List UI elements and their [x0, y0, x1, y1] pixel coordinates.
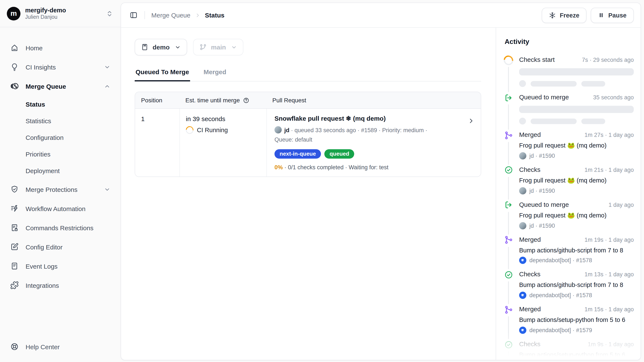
- queue-content: demo main: [121, 28, 496, 360]
- activity-entry[interactable]: Checks1m 13s · 1 day ago Bump actions/gi…: [504, 270, 634, 305]
- activity-entry[interactable]: Queued to merge1 day ago Frog pull reque…: [504, 201, 634, 236]
- sidebar-item-merge-queue[interactable]: Merge Queue: [5, 79, 116, 94]
- queue-table-header: Position Est. time until merge Pull Requ…: [135, 92, 481, 109]
- ci-status: CI Running: [197, 127, 228, 133]
- breadcrumb-merge-queue[interactable]: Merge Queue: [151, 12, 190, 19]
- sidebar-item-workflow-automation[interactable]: Workflow Automation: [5, 201, 116, 216]
- sidebar-item-home[interactable]: Home: [5, 40, 116, 56]
- queue-table: Position Est. time until merge Pull Requ…: [135, 92, 481, 177]
- queue-row[interactable]: 1 in 39 seconds CI Running Snowflake pul…: [135, 109, 481, 177]
- org-switcher[interactable]: m mergify-demo Julien Danjou: [0, 0, 120, 27]
- sidebar-item-ci-insights[interactable]: CI Insights: [5, 59, 116, 75]
- sidebar-item-deployment[interactable]: Deployment: [26, 164, 116, 177]
- activity-entry[interactable]: Checks start7s · 29 seconds ago: [504, 56, 634, 93]
- pause-icon: [598, 12, 604, 18]
- label-next-in-queue: next-in-queue: [274, 149, 321, 159]
- activity-entry[interactable]: Checks1m 9s · 1 day ago Bump actions/set…: [504, 340, 634, 360]
- check-circle-icon: [504, 340, 513, 349]
- git-merge-icon: [504, 131, 513, 140]
- activity-entry[interactable]: Merged1m 15s · 1 day ago Bump actions/se…: [504, 305, 634, 340]
- avatar: [519, 187, 526, 194]
- check-circle-icon: [504, 165, 513, 175]
- branch-value: main: [211, 44, 226, 51]
- help-center-link[interactable]: Help Center: [0, 342, 120, 362]
- dependabot-icon: [519, 327, 526, 334]
- freeze-button[interactable]: Freeze: [542, 8, 587, 23]
- pr-author: jd: [284, 127, 290, 133]
- sidebar-item-event-logs[interactable]: Event Logs: [5, 258, 116, 274]
- dependabot-icon: [519, 257, 526, 264]
- sidebar-toggle-button[interactable]: [127, 9, 140, 22]
- ci-running-spinner-icon: [184, 125, 195, 136]
- sidebar-item-integrations[interactable]: Integrations: [5, 278, 116, 293]
- breadcrumb-status: Status: [205, 12, 224, 19]
- file-lock-icon: [10, 223, 19, 232]
- git-branch-icon: [200, 44, 207, 51]
- tab-queued-to-merge[interactable]: Queued To Merge: [135, 66, 190, 82]
- help-circle-icon[interactable]: [243, 97, 249, 103]
- column-position: Position: [135, 92, 180, 108]
- sidebar-item-label: Merge Queue: [26, 83, 66, 90]
- activity-entry[interactable]: Merged1m 19s · 1 day ago Bump actions/gi…: [504, 236, 634, 270]
- timeline-line: [508, 351, 509, 360]
- sidebar-item-status[interactable]: Status: [26, 98, 116, 111]
- topbar-actions: Freeze Pause: [542, 8, 634, 23]
- sidebar-item-statistics[interactable]: Statistics: [26, 114, 116, 128]
- avatar: [519, 152, 526, 159]
- column-est-time: Est. time until merge: [180, 92, 266, 108]
- activity-entry[interactable]: Queued to merge35 seconds ago: [504, 93, 634, 131]
- panel-left-icon: [129, 11, 138, 19]
- label-queued: queued: [324, 149, 354, 159]
- timeline-line: [508, 247, 509, 269]
- tab-merged[interactable]: Merged: [203, 66, 227, 82]
- pr-meta: jd · queued 33 seconds ago · #1589 · Pri…: [274, 126, 473, 144]
- sidebar: m mergify-demo Julien Danjou Home CI Ins: [0, 0, 120, 362]
- app-root: m mergify-demo Julien Danjou Home CI Ins: [0, 0, 644, 362]
- activity-entry[interactable]: Merged1m 27s · 1 day ago Frog pull reque…: [504, 131, 634, 166]
- square-pen-icon: [10, 243, 19, 251]
- timeline-line: [508, 142, 509, 165]
- branch-select: main: [193, 39, 243, 56]
- sidebar-item-config-editor[interactable]: Config Editor: [5, 239, 116, 255]
- row-eta-cell: in 39 seconds CI Running: [180, 109, 266, 177]
- skeleton-bar: [581, 118, 605, 124]
- sidebar-item-priorities[interactable]: Priorities: [26, 148, 116, 161]
- sidebar-item-merge-protections[interactable]: Merge Protections: [5, 182, 116, 197]
- sidebar-item-label: Merge Protections: [26, 186, 77, 193]
- help-center-label: Help Center: [26, 343, 60, 350]
- chevron-down-icon: [231, 44, 237, 50]
- sidebar-item-label: Home: [26, 44, 42, 51]
- git-merge-icon: [504, 305, 513, 314]
- filters: demo main: [135, 39, 481, 56]
- pr-title: Snowflake pull request ❄ (mq demo): [274, 115, 473, 122]
- chevrons-up-down-icon: [106, 10, 113, 17]
- file-text-icon: [10, 262, 19, 270]
- sidebar-item-commands-restrictions[interactable]: Commands Restrictions: [5, 220, 116, 235]
- home-icon: [10, 44, 19, 52]
- timeline-line: [508, 105, 509, 130]
- queued-to-merge-icon: [504, 200, 513, 210]
- activity-title: Activity: [505, 38, 634, 46]
- chevron-down-icon: [104, 186, 110, 193]
- sidebar-nav: Home CI Insights Merge Queue: [0, 27, 120, 342]
- org-name: mergify-demo: [25, 6, 102, 14]
- sidebar-item-label: Config Editor: [26, 243, 62, 250]
- topbar: Merge Queue Status Freeze Pause: [121, 3, 640, 28]
- timeline-line: [508, 282, 509, 304]
- sidebar-item-configuration[interactable]: Configuration: [26, 131, 116, 144]
- snowflake-icon: [549, 12, 556, 19]
- row-position: 1: [135, 109, 180, 177]
- skeleton-circle: [519, 80, 526, 87]
- chevron-down-icon: [104, 64, 110, 70]
- git-merge-icon: [504, 235, 513, 244]
- repository-select[interactable]: demo: [135, 39, 187, 56]
- freeze-label: Freeze: [560, 12, 580, 19]
- activity-entry[interactable]: Checks1m 21s · 1 day ago Frog pull reque…: [504, 166, 634, 201]
- chevron-right-icon: [468, 117, 475, 125]
- breadcrumb: Merge Queue Status: [151, 12, 224, 19]
- sidebar-item-label: Commands Restrictions: [26, 224, 93, 231]
- checks-summary: 0% · 0/1 checks completed · Waiting for:…: [274, 164, 473, 171]
- repository-value: demo: [152, 44, 170, 51]
- mergify-logo: m: [7, 7, 20, 20]
- pause-button[interactable]: Pause: [591, 8, 634, 23]
